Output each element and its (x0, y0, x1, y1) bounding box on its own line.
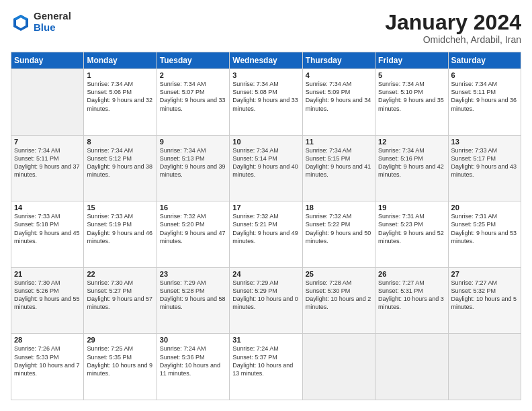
day-number: 27 (451, 270, 518, 278)
day-number: 13 (451, 138, 518, 146)
calendar-cell: 10 Sunrise: 7:34 AMSunset: 5:14 PMDaylig… (230, 135, 302, 201)
calendar-cell: 8 Sunrise: 7:34 AMSunset: 5:12 PMDayligh… (84, 135, 157, 201)
calendar-header-row: Sunday Monday Tuesday Wednesday Thursday… (11, 52, 521, 69)
day-number: 29 (87, 336, 153, 344)
calendar-cell: 14 Sunrise: 7:33 AMSunset: 5:18 PMDaylig… (11, 201, 84, 268)
day-number: 20 (451, 203, 518, 212)
day-number: 21 (14, 270, 81, 278)
logo: General Blue (11, 11, 71, 33)
calendar-cell: 15 Sunrise: 7:33 AMSunset: 5:19 PMDaylig… (84, 201, 157, 268)
calendar-cell: 23 Sunrise: 7:29 AMSunset: 5:28 PMDaylig… (157, 267, 229, 334)
day-info: Sunrise: 7:34 AMSunset: 5:11 PMDaylight:… (451, 81, 517, 111)
title-location: Omidcheh, Ardabil, Iran (385, 34, 521, 45)
calendar-week-1: 1 Sunrise: 7:34 AMSunset: 5:06 PMDayligh… (11, 69, 521, 136)
logo-blue-text: Blue (34, 22, 71, 34)
calendar-week-3: 14 Sunrise: 7:33 AMSunset: 5:18 PMDaylig… (11, 201, 521, 268)
day-number: 24 (232, 270, 299, 278)
day-info: Sunrise: 7:29 AMSunset: 5:29 PMDaylight:… (232, 279, 298, 310)
day-info: Sunrise: 7:33 AMSunset: 5:18 PMDaylight:… (14, 213, 80, 244)
day-info: Sunrise: 7:27 AMSunset: 5:32 PMDaylight:… (451, 279, 517, 310)
day-info: Sunrise: 7:28 AMSunset: 5:30 PMDaylight:… (306, 279, 371, 310)
day-info: Sunrise: 7:34 AMSunset: 5:10 PMDaylight:… (378, 81, 444, 111)
day-number: 9 (160, 138, 226, 146)
day-number: 1 (87, 71, 153, 79)
page: General Blue January 2024 Omidcheh, Arda… (0, 0, 532, 411)
day-info: Sunrise: 7:34 AMSunset: 5:11 PMDaylight:… (14, 147, 80, 178)
day-number: 18 (306, 203, 372, 212)
header-wednesday: Wednesday (230, 52, 302, 69)
day-number: 14 (14, 203, 81, 212)
logo-icon (11, 12, 31, 32)
day-info: Sunrise: 7:34 AMSunset: 5:16 PMDaylight:… (378, 147, 444, 178)
header-saturday: Saturday (448, 52, 521, 69)
day-info: Sunrise: 7:26 AMSunset: 5:33 PMDaylight:… (14, 345, 80, 376)
calendar-cell (302, 334, 375, 400)
day-info: Sunrise: 7:30 AMSunset: 5:27 PMDaylight:… (87, 279, 152, 310)
calendar-table: Sunday Monday Tuesday Wednesday Thursday… (11, 52, 521, 400)
day-info: Sunrise: 7:34 AMSunset: 5:15 PMDaylight:… (306, 147, 371, 178)
day-info: Sunrise: 7:32 AMSunset: 5:22 PMDaylight:… (306, 213, 371, 244)
calendar-cell: 25 Sunrise: 7:28 AMSunset: 5:30 PMDaylig… (302, 267, 375, 334)
day-number: 7 (14, 138, 81, 146)
day-info: Sunrise: 7:34 AMSunset: 5:06 PMDaylight:… (87, 81, 152, 111)
calendar-cell: 4 Sunrise: 7:34 AMSunset: 5:09 PMDayligh… (302, 69, 375, 136)
day-info: Sunrise: 7:27 AMSunset: 5:31 PMDaylight:… (378, 279, 444, 310)
day-number: 15 (87, 203, 153, 212)
day-info: Sunrise: 7:31 AMSunset: 5:25 PMDaylight:… (451, 213, 517, 244)
calendar-cell: 6 Sunrise: 7:34 AMSunset: 5:11 PMDayligh… (448, 69, 521, 136)
day-info: Sunrise: 7:31 AMSunset: 5:23 PMDaylight:… (378, 213, 444, 244)
logo-general-text: General (34, 11, 71, 22)
day-info: Sunrise: 7:34 AMSunset: 5:08 PMDaylight:… (232, 81, 298, 111)
calendar-cell: 26 Sunrise: 7:27 AMSunset: 5:31 PMDaylig… (375, 267, 448, 334)
day-number: 16 (160, 203, 226, 212)
calendar-cell: 7 Sunrise: 7:34 AMSunset: 5:11 PMDayligh… (11, 135, 84, 201)
day-info: Sunrise: 7:34 AMSunset: 5:07 PMDaylight:… (160, 81, 226, 111)
calendar-cell: 9 Sunrise: 7:34 AMSunset: 5:13 PMDayligh… (157, 135, 229, 201)
day-info: Sunrise: 7:33 AMSunset: 5:17 PMDaylight:… (451, 147, 517, 178)
day-number: 26 (378, 270, 445, 278)
calendar-cell: 3 Sunrise: 7:34 AMSunset: 5:08 PMDayligh… (230, 69, 302, 136)
day-number: 10 (232, 138, 299, 146)
calendar-cell: 17 Sunrise: 7:32 AMSunset: 5:21 PMDaylig… (230, 201, 302, 268)
title-block: January 2024 Omidcheh, Ardabil, Iran (385, 11, 521, 45)
day-info: Sunrise: 7:34 AMSunset: 5:12 PMDaylight:… (87, 147, 152, 178)
calendar-cell: 1 Sunrise: 7:34 AMSunset: 5:06 PMDayligh… (84, 69, 157, 136)
day-number: 19 (378, 203, 445, 212)
day-info: Sunrise: 7:33 AMSunset: 5:19 PMDaylight:… (87, 213, 152, 244)
calendar-cell: 16 Sunrise: 7:32 AMSunset: 5:20 PMDaylig… (157, 201, 229, 268)
day-info: Sunrise: 7:29 AMSunset: 5:28 PMDaylight:… (160, 279, 226, 310)
calendar-cell: 29 Sunrise: 7:25 AMSunset: 5:35 PMDaylig… (84, 334, 157, 400)
calendar-cell: 21 Sunrise: 7:30 AMSunset: 5:26 PMDaylig… (11, 267, 84, 334)
calendar-cell: 5 Sunrise: 7:34 AMSunset: 5:10 PMDayligh… (375, 69, 448, 136)
calendar-week-4: 21 Sunrise: 7:30 AMSunset: 5:26 PMDaylig… (11, 267, 521, 334)
header-monday: Monday (84, 52, 157, 69)
day-number: 11 (306, 138, 372, 146)
day-number: 30 (160, 336, 226, 344)
title-month: January 2024 (385, 11, 521, 34)
day-number: 23 (160, 270, 226, 278)
calendar-cell: 22 Sunrise: 7:30 AMSunset: 5:27 PMDaylig… (84, 267, 157, 334)
day-number: 4 (306, 71, 372, 79)
day-number: 5 (378, 71, 445, 79)
day-number: 8 (87, 138, 153, 146)
day-info: Sunrise: 7:34 AMSunset: 5:09 PMDaylight:… (306, 81, 371, 111)
header-friday: Friday (375, 52, 448, 69)
day-number: 2 (160, 71, 226, 79)
calendar-cell: 30 Sunrise: 7:24 AMSunset: 5:36 PMDaylig… (157, 334, 229, 400)
calendar-cell: 28 Sunrise: 7:26 AMSunset: 5:33 PMDaylig… (11, 334, 84, 400)
day-number: 17 (232, 203, 299, 212)
calendar-cell (11, 69, 84, 136)
day-number: 6 (451, 71, 518, 79)
day-number: 25 (306, 270, 372, 278)
header-sunday: Sunday (11, 52, 84, 69)
header-thursday: Thursday (302, 52, 375, 69)
header-tuesday: Tuesday (157, 52, 229, 69)
day-info: Sunrise: 7:25 AMSunset: 5:35 PMDaylight:… (87, 345, 152, 376)
calendar-cell: 24 Sunrise: 7:29 AMSunset: 5:29 PMDaylig… (230, 267, 302, 334)
calendar-cell: 18 Sunrise: 7:32 AMSunset: 5:22 PMDaylig… (302, 201, 375, 268)
day-info: Sunrise: 7:32 AMSunset: 5:21 PMDaylight:… (232, 213, 298, 244)
calendar-week-2: 7 Sunrise: 7:34 AMSunset: 5:11 PMDayligh… (11, 135, 521, 201)
logo-text: General Blue (34, 11, 71, 33)
calendar-cell: 19 Sunrise: 7:31 AMSunset: 5:23 PMDaylig… (375, 201, 448, 268)
calendar-cell: 11 Sunrise: 7:34 AMSunset: 5:15 PMDaylig… (302, 135, 375, 201)
